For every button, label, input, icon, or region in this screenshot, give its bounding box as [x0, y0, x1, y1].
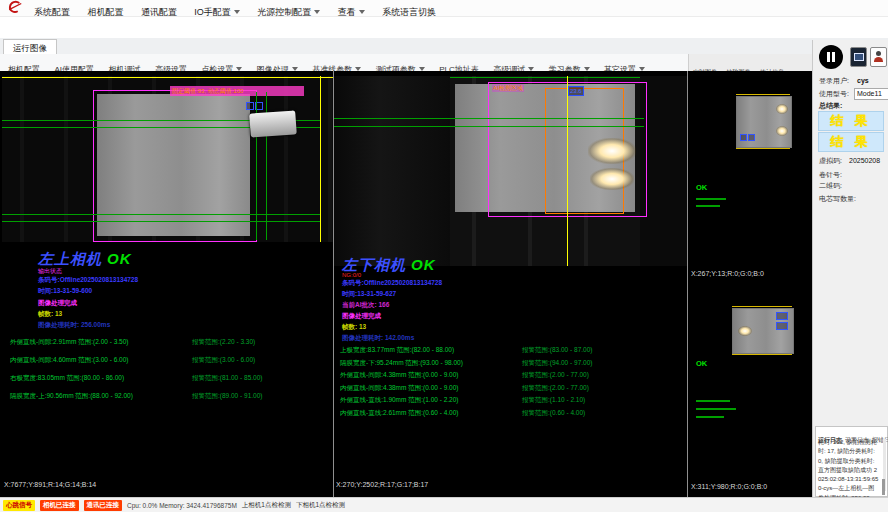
menu-item-system-config[interactable]: 系统配置	[34, 6, 70, 19]
machine-frame	[334, 76, 450, 266]
measure-line	[2, 214, 320, 215]
reflection-highlight	[776, 126, 788, 136]
marker-icon	[776, 322, 788, 330]
menu-item-camera-config[interactable]: 相机配置	[87, 6, 123, 19]
cpu-memory-text: Cpu: 0.0% Memory: 3424.41796875M	[127, 502, 237, 509]
pause-button[interactable]	[819, 45, 843, 69]
measurement-row: 内侧直线-间隙:4.38mm 范围:(0.00 - 9.00)	[340, 385, 458, 392]
thumb1-ok-text: OK	[696, 184, 707, 192]
measurement-row: 外侧直线-间隙:4.38mm 范围:(0.00 - 9.00)	[340, 372, 458, 379]
thumbnail-1[interactable]: OK	[688, 74, 812, 268]
center-time: 时间:13-31-59-627	[342, 291, 396, 298]
winding-pin-label: 卷针号:	[819, 171, 842, 178]
left-output-status: 输出状态	[38, 268, 62, 274]
main-view: 固定阈值:93, 动态阈值:100 左上相机OK 输出状态 条码号:Offlin…	[0, 71, 812, 497]
model-label: 使用型号:	[819, 90, 849, 97]
model-input[interactable]: Mode11	[854, 88, 888, 100]
center-result-ok: OK	[411, 256, 436, 273]
user-button[interactable]	[870, 47, 887, 67]
threshold-overlay-label: 固定阈值:93, 动态阈值:100	[170, 86, 304, 96]
toolbar: 相机配置 AI使用配置 相机调试 高级设置 点检设置 图像处理 基准线参数 测试…	[0, 54, 688, 72]
reflection-highlight	[738, 326, 752, 336]
overlay-line	[732, 306, 792, 307]
chevron-down-icon	[359, 10, 365, 14]
overlay-line	[320, 76, 321, 242]
center-process-time: 图像处理耗时: 142.00ms	[342, 335, 414, 342]
right-sidebar: 登录用户: cys 使用型号: Mode11 总结果: 结 果 结 果 虚拟码:…	[812, 40, 888, 497]
spot-check-link-upper[interactable]: 上相机1点检检测	[242, 501, 291, 510]
left-barcode: 条码号:Offline2025020813134728	[38, 277, 138, 284]
center-ng-status: NG:0/0	[342, 272, 361, 278]
left-frame-count: 帧数: 13	[38, 311, 62, 318]
tiny-text-line	[696, 408, 736, 410]
menu-item-language-switch[interactable]: 系统语言切换	[382, 6, 436, 19]
value-label: 23.6	[568, 86, 584, 96]
center-frame-count: 帧数: 13	[342, 324, 366, 331]
overlay-line	[732, 354, 792, 355]
left-camera-title: 左上相机OK	[38, 251, 132, 266]
tiny-text-line	[696, 416, 724, 418]
measure-line	[334, 118, 644, 119]
overlay-line	[2, 77, 333, 78]
center-camera-panel: AI检测区域 23.6 左下相机OK NG:0/0 条码号:Offline202…	[334, 71, 687, 497]
tab-row: 运行图像	[0, 38, 888, 55]
left-process-done: 图像处理完成	[38, 300, 77, 307]
app-window: CYS-视觉检测系统 系统配置 相机配置 通讯配置 IO手配置 光源控制配置 查…	[0, 0, 888, 522]
thumbnail-2[interactable]: OK	[688, 280, 812, 478]
alarm-range: 报警范围:(3.00 - 6.00)	[192, 357, 255, 364]
left-camera-panel: 固定阈值:93, 动态阈值:100 左上相机OK 输出状态 条码号:Offlin…	[2, 71, 333, 497]
comm-connected-badge: 通讯已连接	[84, 500, 123, 511]
thumbnails-header: 实时图像 缺陷图像 统计信息	[688, 54, 813, 72]
alarm-range: 报警范围:(89.00 - 91.00)	[192, 393, 262, 400]
reflection-highlight	[776, 104, 788, 114]
user-label: 登录用户:	[819, 77, 849, 84]
thumbnail-column: OK X:267;Y:13;R:0;G:0;B:0 OK X:311;Y:980…	[688, 71, 812, 497]
center-camera-title: 左下相机OK	[342, 257, 436, 272]
menu-item-io-config[interactable]: IO手配置	[194, 6, 240, 19]
overlay-line	[736, 94, 790, 95]
thumb1-pixel-coords: X:267;Y:13;R:0;G:0;B:0	[691, 270, 764, 277]
measurement-row: 内侧直线-间隙:4.60mm 范围:(3.00 - 6.00)	[10, 357, 128, 364]
camera-connected-badge: 相机已连接	[40, 500, 79, 511]
menu-item-light-config[interactable]: 光源控制配置	[257, 6, 320, 19]
measurement-row: 内侧直线-直线:2.61mm 范围:(0.60 - 4.00)	[340, 410, 458, 417]
status-bar: 心跳信号 相机已连接 通讯已连接 Cpu: 0.0% Memory: 3424.…	[0, 497, 888, 512]
alarm-range: 报警范围:(2.20 - 3.30)	[192, 339, 255, 346]
spot-check-link-lower[interactable]: 下相机1点检检测	[296, 501, 345, 510]
center-camera-image[interactable]: AI检测区域 23.6	[334, 76, 687, 266]
log-text: 耗时: 222, 缺陷检测耗时: 17, 缺陷分类耗时: 0, 缺陷提取分类耗时…	[818, 438, 880, 503]
marker-icon	[776, 312, 788, 320]
left-result-ok: OK	[107, 250, 132, 267]
log-scrollbar-thumb[interactable]	[882, 479, 885, 495]
machine-frame	[640, 76, 687, 266]
reflection-highlight	[588, 138, 636, 164]
left-process-time: 图像处理耗时: 256.00ms	[38, 322, 110, 329]
measurement-row: 上极宽度:83.77mm 范围:(82.00 - 88.00)	[340, 347, 454, 354]
left-camera-image[interactable]: 固定阈值:93, 动态阈值:100	[2, 76, 333, 242]
alarm-range: 报警范围:(1.10 - 2.10)	[522, 397, 585, 404]
measurement-row: 外侧直线-直线:1.90mm 范围:(1.00 - 2.20)	[340, 397, 458, 404]
ai-region-label: AI检测区域	[492, 84, 524, 92]
connector-part	[249, 110, 297, 137]
measure-line	[334, 126, 644, 127]
menu-bar: 系统配置 相机配置 通讯配置 IO手配置 光源控制配置 查看 系统语言切换	[0, 0, 888, 17]
marker-icon	[748, 134, 755, 141]
menu-item-comm-config[interactable]: 通讯配置	[141, 6, 177, 19]
virtual-code-value: 20250208	[849, 157, 880, 164]
center-barcode: 条码号:Offline2025020813134728	[342, 280, 442, 287]
virtual-code-label: 虚拟码:	[819, 157, 842, 164]
center-process-done: 图像处理完成	[342, 313, 381, 320]
left-time: 时间:13-31-59-600	[38, 288, 92, 295]
alarm-range: 报警范围:(81.00 - 85.00)	[192, 375, 262, 382]
log-scrollbar[interactable]	[883, 439, 886, 491]
tiny-text-line	[696, 205, 720, 207]
measurement-row: 外侧直线-间隙:2.91mm 范围:(2.00 - 3.50)	[10, 339, 128, 346]
marker-icon	[740, 134, 747, 141]
camera-view-button[interactable]	[850, 47, 867, 67]
result-badge-1: 结 果	[818, 111, 884, 131]
overlay-line	[567, 76, 568, 266]
center-pixel-coords: X:270;Y:2502;R:17;G:17;B:17	[336, 481, 428, 488]
menu-item-view[interactable]: 查看	[338, 6, 365, 19]
result-badge-2: 结 果	[818, 132, 884, 152]
alarm-range: 报警范围:(94.00 - 97.00)	[522, 360, 592, 367]
